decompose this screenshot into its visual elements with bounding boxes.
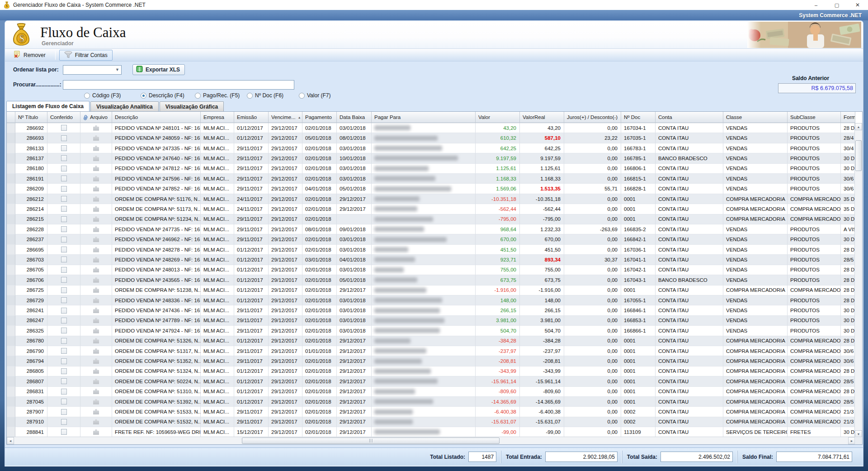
checkbox[interactable] bbox=[61, 145, 67, 151]
checkbox[interactable] bbox=[61, 196, 67, 202]
column-header-arquivo[interactable]: Arquivo bbox=[80, 112, 112, 123]
table-row[interactable]: 286693PEDIDO VENDA Nº 248059 - NF: 16...… bbox=[7, 133, 855, 143]
checkbox[interactable] bbox=[61, 308, 67, 314]
row-selector[interactable] bbox=[7, 123, 15, 133]
table-row[interactable]: 287045ORDEM DE COMPRA Nº: 51392, N...MLM… bbox=[7, 397, 855, 407]
checkbox[interactable] bbox=[61, 216, 67, 222]
tab-1[interactable]: Listagem de Fluxo de Caixa bbox=[6, 101, 90, 111]
row-selector[interactable] bbox=[7, 356, 15, 366]
row-selector[interactable] bbox=[7, 316, 15, 326]
attachment-file-icon[interactable] bbox=[93, 277, 99, 283]
row-selector[interactable] bbox=[7, 245, 15, 255]
scroll-left-icon[interactable]: ◄ bbox=[7, 437, 14, 444]
tab-3[interactable]: Visualização Gráfica bbox=[160, 101, 224, 111]
column-header-conta[interactable]: Conta bbox=[656, 112, 723, 123]
checkbox[interactable] bbox=[61, 176, 67, 181]
search-input[interactable] bbox=[63, 80, 294, 90]
attachment-file-icon[interactable] bbox=[93, 156, 99, 161]
table-row[interactable]: 286790ORDEM DE COMPRA Nº: 51317, N...MLM… bbox=[7, 346, 855, 356]
row-selector[interactable] bbox=[7, 407, 15, 417]
attachment-file-icon[interactable] bbox=[93, 247, 99, 252]
table-row[interactable]: 286831ORDEM DE COMPRA Nº: 51310, N...MLM… bbox=[7, 387, 855, 397]
column-header-emiss-o[interactable]: Emissão bbox=[234, 112, 269, 123]
checkbox[interactable] bbox=[61, 226, 67, 232]
attachment-file-icon[interactable] bbox=[93, 125, 99, 131]
attachment-file-icon[interactable] bbox=[93, 237, 99, 242]
attachment-file-icon[interactable] bbox=[93, 257, 99, 262]
attachment-file-icon[interactable] bbox=[93, 409, 99, 414]
horizontal-scrollbar[interactable]: ◄ ► bbox=[7, 437, 855, 444]
table-row[interactable]: 286706PEDIDO VENDA Nº 243565 - NF: 16...… bbox=[7, 275, 855, 285]
checkbox[interactable] bbox=[61, 409, 67, 415]
order-by-select[interactable]: ▼ bbox=[63, 65, 122, 75]
row-selector[interactable] bbox=[7, 153, 15, 163]
row-selector[interactable] bbox=[7, 174, 15, 184]
table-row[interactable]: 286780ORDEM DE COMPRA Nº: 51326, N...MLM… bbox=[7, 336, 855, 346]
checkbox[interactable] bbox=[61, 348, 67, 354]
attachment-file-icon[interactable] bbox=[93, 348, 99, 354]
row-selector[interactable] bbox=[7, 427, 15, 437]
tab-2[interactable]: Visualização Analítica bbox=[90, 101, 159, 111]
table-row[interactable]: 286794ORDEM DE COMPRA Nº: 51352, N...MLM… bbox=[7, 356, 855, 366]
checkbox[interactable] bbox=[61, 368, 67, 374]
remove-button[interactable]: ✕ Remover bbox=[9, 50, 51, 61]
attachment-file-icon[interactable] bbox=[93, 338, 99, 343]
attachment-file-icon[interactable] bbox=[93, 135, 99, 141]
checkbox[interactable] bbox=[61, 287, 67, 293]
row-selector[interactable] bbox=[7, 234, 15, 244]
checkbox[interactable] bbox=[61, 429, 67, 435]
checkbox[interactable] bbox=[61, 318, 67, 324]
row-selector[interactable] bbox=[7, 336, 15, 346]
checkbox[interactable] bbox=[61, 338, 67, 344]
vertical-scroll-thumb[interactable] bbox=[855, 140, 862, 171]
row-selector[interactable] bbox=[7, 295, 15, 305]
row-selector[interactable] bbox=[7, 417, 15, 427]
checkbox[interactable] bbox=[61, 135, 67, 141]
attachment-file-icon[interactable] bbox=[93, 196, 99, 202]
checkbox[interactable] bbox=[61, 378, 67, 384]
attachment-file-icon[interactable] bbox=[93, 429, 99, 435]
table-row[interactable]: 286241PEDIDO VENDA Nº 247436 - NF: 16...… bbox=[7, 305, 855, 315]
attachment-file-icon[interactable] bbox=[93, 308, 99, 313]
table-row[interactable]: 286729PEDIDO VENDA Nº 248336 - NF: 16...… bbox=[7, 295, 855, 305]
column-header-classe[interactable]: Classe bbox=[723, 112, 788, 123]
column-header-valor[interactable]: Valor bbox=[476, 112, 520, 123]
checkbox[interactable] bbox=[61, 247, 67, 252]
radio-3[interactable]: Pago/Rec. (F5) bbox=[195, 92, 240, 99]
row-selector[interactable] bbox=[7, 366, 15, 376]
checkbox[interactable] bbox=[61, 125, 67, 131]
row-selector[interactable] bbox=[7, 184, 15, 194]
table-row[interactable]: 286228PEDIDO VENDA Nº 247735 - NF: 16...… bbox=[7, 224, 855, 234]
column-header-pagamento[interactable]: Pagamento bbox=[302, 112, 337, 123]
attachment-file-icon[interactable] bbox=[93, 389, 99, 394]
column-header-valorreal[interactable]: ValorReal bbox=[520, 112, 564, 123]
table-row[interactable]: 286692PEDIDO VENDA Nº 248101 - NF: 16...… bbox=[7, 123, 855, 133]
checkbox[interactable] bbox=[61, 257, 67, 262]
vertical-scrollbar[interactable]: ▲ ▼ bbox=[854, 123, 862, 438]
radio-icon[interactable] bbox=[141, 93, 146, 99]
table-row[interactable]: 286325PEDIDO VENDA Nº 247924 - NF: 16...… bbox=[7, 326, 855, 336]
table-row[interactable]: 286180PEDIDO VENDA Nº 247812 - NF: 16...… bbox=[7, 164, 855, 174]
checkbox[interactable] bbox=[61, 237, 67, 243]
attachment-file-icon[interactable] bbox=[93, 328, 99, 333]
checkbox[interactable] bbox=[61, 166, 67, 171]
column-header-conferido[interactable]: Conferido bbox=[47, 112, 80, 123]
attachment-file-icon[interactable] bbox=[93, 216, 99, 222]
checkbox[interactable] bbox=[61, 267, 67, 273]
row-selector[interactable] bbox=[7, 346, 15, 356]
column-header-data-baixa[interactable]: Data Baixa bbox=[337, 112, 372, 123]
table-row[interactable]: 286237PEDIDO VENDA Nº 246962 - NF: 16...… bbox=[7, 234, 855, 244]
column-header-n-doc[interactable]: Nº Doc bbox=[621, 112, 656, 123]
checkbox[interactable] bbox=[61, 297, 67, 303]
export-xls-button[interactable]: Exportar XLS bbox=[132, 64, 185, 75]
row-selector[interactable] bbox=[7, 255, 15, 265]
table-row[interactable]: 286133PEDIDO VENDA Nº 247335 - NF: 16...… bbox=[7, 143, 855, 153]
table-row[interactable]: 287910ORDEM DE COMPRA Nº: 51532, N...MLM… bbox=[7, 417, 855, 427]
table-row[interactable]: 288841FRETE REF. NF: 1059659-WEG DRI...M… bbox=[7, 427, 855, 437]
attachment-file-icon[interactable] bbox=[93, 318, 99, 323]
attachment-file-icon[interactable] bbox=[93, 368, 99, 374]
table-row[interactable]: 286705PEDIDO VENDA Nº 248013 - NF: 16...… bbox=[7, 265, 855, 275]
table-row[interactable]: 286214ORDEM DE COMPRA Nº: 51173, N...MLM… bbox=[7, 204, 855, 214]
checkbox[interactable] bbox=[61, 399, 67, 404]
attachment-file-icon[interactable] bbox=[93, 176, 99, 181]
